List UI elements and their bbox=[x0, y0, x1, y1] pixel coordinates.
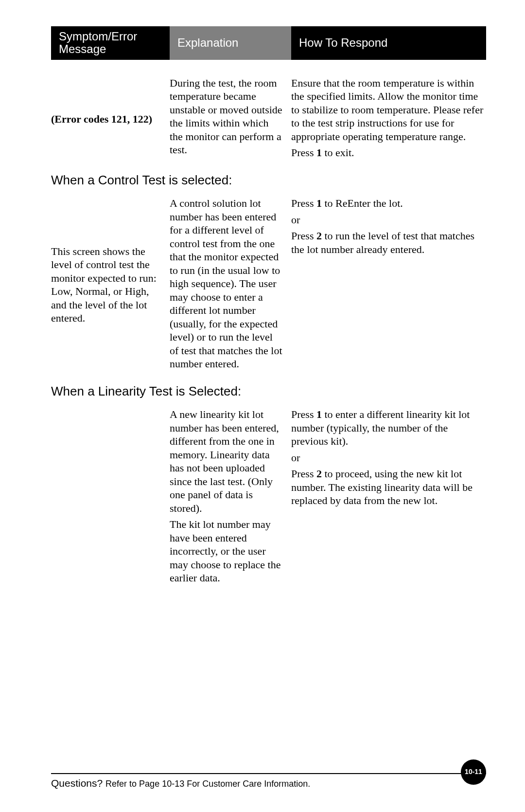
page: Symptom/Error Message Explanation How To… bbox=[0, 0, 525, 812]
respond-text: Press 1 to enter a different linearity k… bbox=[291, 408, 486, 448]
error-codes-label: (Error codes 121, 122) bbox=[51, 112, 152, 126]
header-col-respond: How To Respond bbox=[291, 26, 486, 60]
table-row: This screen shows the level of control t… bbox=[51, 197, 486, 373]
text: Press bbox=[291, 230, 316, 242]
explanation-text: The kit lot number may have been entered… bbox=[170, 518, 282, 585]
questions-label: Questions? bbox=[51, 777, 105, 789]
cell-symptom: This screen shows the level of control t… bbox=[51, 197, 170, 373]
page-number-badge: 10-11 bbox=[461, 759, 486, 785]
or-text: or bbox=[291, 213, 486, 227]
page-footer: 10-11 Questions? Refer to Page 10-13 For… bbox=[51, 773, 486, 790]
text: Press bbox=[291, 146, 316, 159]
text: to exit. bbox=[322, 146, 354, 159]
explanation-text: During the test, the room temperature be… bbox=[170, 76, 282, 157]
section-heading: When a Control Test is selected: bbox=[51, 172, 486, 188]
respond-text: Press 1 to exit. bbox=[291, 146, 486, 160]
or-text: or bbox=[291, 451, 486, 465]
key-1: 1 bbox=[316, 197, 322, 209]
respond-text: Ensure that the room temperature is with… bbox=[291, 76, 486, 144]
respond-text: Press 2 to run the level of test that ma… bbox=[291, 229, 486, 256]
cell-respond: Press 1 to ReEnter the lot. or Press 2 t… bbox=[291, 197, 486, 373]
cell-explanation: A new linearity kit lot number has been … bbox=[170, 408, 291, 587]
explanation-text: A new linearity kit lot number has been … bbox=[170, 408, 282, 515]
footer-text: Questions? Refer to Page 10-13 For Custo… bbox=[51, 773, 486, 790]
cell-explanation: A control solution lot number has been e… bbox=[170, 197, 291, 373]
table-header: Symptom/Error Message Explanation How To… bbox=[51, 26, 486, 60]
cell-symptom: (Error codes 121, 122) bbox=[51, 76, 170, 162]
respond-text: Press 1 to ReEnter the lot. bbox=[291, 197, 486, 210]
header-col-explanation: Explanation bbox=[170, 26, 291, 60]
text: to ReEnter the lot. bbox=[322, 197, 403, 209]
key-1: 1 bbox=[316, 146, 322, 159]
text: Press bbox=[291, 468, 316, 480]
table-row: A new linearity kit lot number has been … bbox=[51, 408, 486, 587]
header-col-symptom: Symptom/Error Message bbox=[51, 26, 170, 60]
cell-respond: Press 1 to enter a different linearity k… bbox=[291, 408, 486, 587]
table-row: (Error codes 121, 122) During the test, … bbox=[51, 76, 486, 162]
cell-symptom bbox=[51, 408, 170, 587]
key-2: 2 bbox=[316, 230, 322, 242]
cell-respond: Ensure that the room temperature is with… bbox=[291, 76, 486, 162]
respond-text: Press 2 to proceed, using the new kit lo… bbox=[291, 467, 486, 507]
key-1: 1 bbox=[316, 408, 322, 420]
cell-explanation: During the test, the room temperature be… bbox=[170, 76, 291, 162]
troubleshoot-table: (Error codes 121, 122) During the test, … bbox=[51, 76, 486, 587]
symptom-text: This screen shows the level of control t… bbox=[51, 245, 161, 325]
footer-ref: Refer to Page 10-13 For Customer Care In… bbox=[105, 779, 310, 789]
text: Press bbox=[291, 197, 316, 209]
section-heading: When a Linearity Test is Selected: bbox=[51, 383, 486, 399]
key-2: 2 bbox=[316, 468, 322, 480]
explanation-text: A control solution lot number has been e… bbox=[170, 197, 282, 371]
text: Press bbox=[291, 408, 316, 420]
